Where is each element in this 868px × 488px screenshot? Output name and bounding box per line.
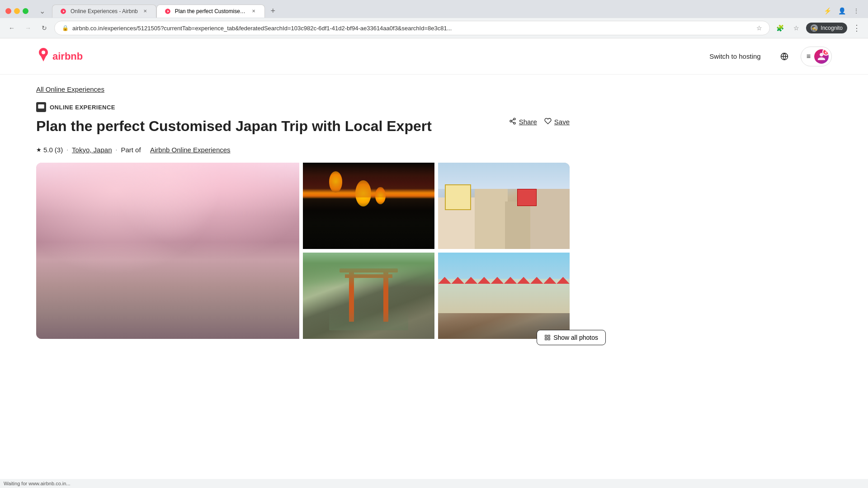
browser-toolbar-right: ⚡ 👤 ⋮ bbox=[821, 5, 863, 17]
incognito-label: Incognito bbox=[821, 25, 843, 31]
profile-button[interactable]: 👤 bbox=[835, 5, 848, 17]
forward-button[interactable]: → bbox=[22, 22, 34, 34]
language-selector-button[interactable] bbox=[775, 47, 793, 66]
space bbox=[145, 145, 146, 154]
experience-tag: ONLINE EXPERIENCE bbox=[36, 102, 570, 112]
header-right: Switch to hosting ≡ 2 bbox=[702, 47, 832, 66]
airbnb-page: airbnb Switch to hosting ≡ 2 All Online … bbox=[0, 38, 868, 479]
browser-chrome: ⌄ Online Experiences - Airbnb ✕ Plan the… bbox=[0, 0, 868, 38]
svg-point-3 bbox=[514, 118, 515, 120]
photo-main[interactable] bbox=[36, 163, 299, 339]
window-close-button[interactable] bbox=[5, 8, 11, 14]
window-controls bbox=[5, 8, 28, 14]
browser-tab-2[interactable]: Plan the perfect Customised Jap... ✕ bbox=[156, 5, 265, 18]
photo-bottom-right[interactable] bbox=[438, 253, 570, 339]
title-bar: ⌄ Online Experiences - Airbnb ✕ Plan the… bbox=[0, 0, 868, 18]
notification-badge: 2 bbox=[822, 49, 829, 56]
extensions-icon[interactable]: 🧩 bbox=[774, 22, 786, 34]
user-menu-button[interactable]: ≡ 2 bbox=[801, 47, 832, 66]
reload-button[interactable]: ↻ bbox=[38, 22, 51, 34]
svg-rect-8 bbox=[545, 335, 547, 337]
window-minimize-button[interactable] bbox=[14, 8, 20, 14]
tabs-bar: Online Experiences - Airbnb ✕ Plan the p… bbox=[52, 5, 817, 18]
svg-point-5 bbox=[514, 122, 515, 124]
airbnb-header: airbnb Switch to hosting ≡ 2 bbox=[0, 38, 868, 75]
save-label: Save bbox=[554, 118, 570, 126]
location-link[interactable]: Tokyo, Japan bbox=[72, 146, 112, 154]
main-content: All Online Experiences ONLINE EXPERIENCE… bbox=[0, 75, 606, 350]
photo-top-middle[interactable] bbox=[303, 163, 434, 249]
tab-1-favicon bbox=[60, 8, 67, 15]
airbnb-logo[interactable]: airbnb bbox=[36, 47, 83, 65]
show-all-photos-label: Show all photos bbox=[553, 334, 598, 341]
heart-icon bbox=[544, 117, 552, 126]
separator-2: · bbox=[115, 146, 117, 153]
svg-rect-9 bbox=[548, 335, 550, 337]
experience-title: Plan the perfect Customised Japan Trip w… bbox=[36, 117, 432, 135]
photo-grid bbox=[36, 163, 570, 339]
svg-rect-10 bbox=[548, 338, 550, 340]
actions-group: Share Save bbox=[509, 117, 570, 126]
rating-value: 5.0 bbox=[43, 146, 53, 154]
svg-line-6 bbox=[511, 122, 514, 123]
title-actions-row: Plan the perfect Customised Japan Trip w… bbox=[36, 117, 570, 142]
share-button[interactable]: Share bbox=[509, 117, 537, 126]
tab-1-close-button[interactable]: ✕ bbox=[142, 8, 149, 15]
save-button[interactable]: Save bbox=[544, 117, 570, 126]
svg-line-7 bbox=[511, 119, 514, 121]
tab-2-favicon bbox=[164, 8, 171, 15]
show-all-photos-button[interactable]: Show all photos bbox=[537, 330, 606, 345]
bookmarks-icon[interactable]: ☆ bbox=[790, 22, 802, 34]
address-bar-row: ← → ↻ 🔒 airbnb.co.in/experiences/5121505… bbox=[0, 18, 868, 38]
experience-tag-label: ONLINE EXPERIENCE bbox=[50, 104, 115, 111]
star-icon: ★ bbox=[36, 146, 42, 153]
url-text: airbnb.co.in/experiences/5121505?current… bbox=[72, 25, 753, 32]
part-of-text: Part of bbox=[121, 146, 141, 154]
online-experience-icon bbox=[36, 102, 46, 112]
svg-rect-11 bbox=[545, 338, 547, 340]
photo-top-right[interactable] bbox=[438, 163, 570, 249]
security-lock-icon: 🔒 bbox=[62, 25, 69, 31]
share-label: Share bbox=[519, 118, 537, 126]
bookmark-icon[interactable]: ☆ bbox=[756, 24, 762, 32]
tab-1-title: Online Experiences - Airbnb bbox=[71, 8, 138, 14]
status-bar: Waiting for www.airbnb.co.in... bbox=[0, 479, 868, 488]
status-text: Waiting for www.airbnb.co.in... bbox=[4, 481, 71, 486]
share-icon bbox=[509, 117, 516, 126]
airbnb-online-experiences-link[interactable]: Airbnb Online Experiences bbox=[150, 146, 231, 154]
tab-overflow-button[interactable]: ⌄ bbox=[36, 5, 48, 17]
extensions-button[interactable]: ⚡ bbox=[821, 5, 834, 17]
window-maximize-button[interactable] bbox=[23, 8, 28, 14]
separator-1: · bbox=[66, 146, 68, 153]
airbnb-logo-text: airbnb bbox=[52, 51, 83, 62]
new-tab-button[interactable]: + bbox=[267, 5, 279, 17]
review-count: (3) bbox=[55, 146, 63, 154]
rating: ★ 5.0 (3) bbox=[36, 146, 63, 154]
svg-point-4 bbox=[510, 120, 512, 122]
browser-tab-1[interactable]: Online Experiences - Airbnb ✕ bbox=[52, 5, 156, 18]
incognito-icon: 🕵 bbox=[811, 24, 818, 32]
tab-2-close-button[interactable]: ✕ bbox=[250, 8, 257, 15]
user-avatar: 2 bbox=[814, 49, 829, 64]
tab-2-title: Plan the perfect Customised Jap... bbox=[175, 8, 246, 14]
experience-meta: ★ 5.0 (3) · Tokyo, Japan · Part of Airbn… bbox=[36, 145, 570, 154]
address-bar[interactable]: 🔒 airbnb.co.in/experiences/5121505?curre… bbox=[54, 21, 770, 35]
switch-to-hosting-button[interactable]: Switch to hosting bbox=[702, 48, 768, 65]
breadcrumb-link[interactable]: All Online Experiences bbox=[36, 85, 104, 93]
svg-rect-2 bbox=[38, 104, 44, 108]
chrome-menu-button[interactable]: ⋮ bbox=[851, 23, 863, 33]
photo-bottom-middle[interactable] bbox=[303, 253, 434, 339]
more-button[interactable]: ⋮ bbox=[850, 5, 863, 17]
incognito-button[interactable]: 🕵 Incognito bbox=[806, 23, 847, 33]
hamburger-icon: ≡ bbox=[807, 52, 811, 61]
airbnb-logo-icon bbox=[36, 47, 51, 65]
back-button[interactable]: ← bbox=[5, 22, 18, 34]
